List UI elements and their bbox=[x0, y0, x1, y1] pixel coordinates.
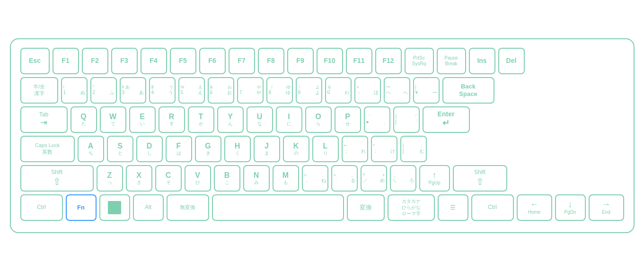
key-e[interactable]: E い bbox=[129, 106, 156, 133]
asdf-row: Caps Lock英数 A ち S と D し F は bbox=[20, 136, 624, 162]
key-fn[interactable]: Fn bbox=[66, 194, 97, 221]
key-l[interactable]: L り bbox=[312, 136, 339, 162]
key-t[interactable]: T か bbox=[188, 106, 214, 133]
key-right[interactable]: → End bbox=[589, 194, 624, 221]
key-bracket-close[interactable]: }」 ]む bbox=[400, 136, 427, 162]
key-caret[interactable]: 〜 へへ bbox=[384, 77, 410, 104]
key-0[interactable]: を 0わ bbox=[325, 77, 352, 104]
number-row: 半/全漢字 ! 1ぬ " 2ふ # あ 3あ $う 4う bbox=[20, 77, 624, 104]
key-henkan[interactable]: 変換 bbox=[347, 194, 385, 221]
key-2[interactable]: " 2ふ bbox=[90, 77, 117, 104]
key-f9[interactable]: F9 bbox=[287, 48, 314, 74]
key-enter[interactable]: Enter↵ bbox=[423, 106, 470, 133]
key-period[interactable]: >。 ．る bbox=[331, 165, 358, 192]
key-ins[interactable]: Ins bbox=[469, 48, 495, 74]
key-shift-left[interactable]: Shift⇧ bbox=[20, 165, 94, 192]
key-h[interactable]: H く bbox=[224, 136, 251, 162]
key-f2[interactable]: F2 bbox=[82, 48, 108, 74]
key-z[interactable]: Z っ bbox=[97, 165, 123, 192]
key-4[interactable]: $う 4う bbox=[149, 77, 176, 104]
key-d[interactable]: D し bbox=[136, 136, 163, 162]
key-8[interactable]: （ゆ 8ゆ bbox=[266, 77, 293, 104]
key-muhenkan[interactable]: 無変換 bbox=[167, 194, 209, 221]
key-f6[interactable]: F6 bbox=[199, 48, 226, 74]
key-at[interactable]: ゛ ●、 bbox=[364, 106, 390, 133]
key-3[interactable]: # あ 3あ bbox=[120, 77, 146, 104]
key-b[interactable]: B こ bbox=[214, 165, 240, 192]
key-backspace[interactable]: BackSpace bbox=[442, 77, 494, 104]
key-6[interactable]: &お 6お bbox=[208, 77, 234, 104]
key-yen[interactable]: | ¥ー bbox=[413, 77, 440, 104]
key-f1[interactable]: F1 bbox=[53, 48, 79, 74]
key-capslock[interactable]: Caps Lock英数 bbox=[20, 136, 75, 162]
key-c[interactable]: C そ bbox=[155, 165, 182, 192]
key-q[interactable]: Q た bbox=[71, 106, 97, 133]
key-f8[interactable]: F8 bbox=[258, 48, 284, 74]
key-f12[interactable]: F12 bbox=[375, 48, 402, 74]
key-menu[interactable]: ☰ bbox=[438, 194, 468, 221]
key-f[interactable]: F は bbox=[166, 136, 192, 162]
key-backslash[interactable]: ＿ ＼ろ bbox=[390, 165, 416, 192]
key-comma[interactable]: <、 ，ね bbox=[302, 165, 328, 192]
key-alt-left[interactable]: Alt bbox=[133, 194, 164, 221]
key-pgup[interactable]: ↑ PgUp bbox=[419, 165, 450, 192]
qwerty-row: Tab⇥ Q た W て E い R す bbox=[20, 106, 624, 133]
key-i[interactable]: I に bbox=[276, 106, 302, 133]
fn-row: Esc F1 F2 F3 F4 F5 F6 F7 F8 F9 F10 F11 F… bbox=[20, 48, 624, 74]
key-w[interactable]: W て bbox=[100, 106, 126, 133]
key-x[interactable]: X さ bbox=[126, 165, 152, 192]
zxcv-row: Shift⇧ Z っ X さ C そ V ひ bbox=[20, 165, 624, 192]
key-r[interactable]: R す bbox=[159, 106, 185, 133]
key-f3[interactable]: F3 bbox=[111, 48, 138, 74]
key-s[interactable]: S と bbox=[107, 136, 133, 162]
key-slash[interactable]: ?• ／め bbox=[361, 165, 387, 192]
key-ctrl-left[interactable]: Ctrl bbox=[20, 194, 63, 221]
key-j[interactable]: J ま bbox=[254, 136, 280, 162]
key-f4[interactable]: F4 bbox=[141, 48, 167, 74]
key-m[interactable]: M も bbox=[273, 165, 299, 192]
key-g[interactable]: G き bbox=[195, 136, 221, 162]
key-a[interactable]: A ち bbox=[78, 136, 104, 162]
key-ctrl-right[interactable]: Ctrl bbox=[471, 194, 514, 221]
bottom-row: Ctrl Fn Alt 無変換 変換 カタカナひらがなローマ字 ☰ Ctrl ←… bbox=[20, 194, 624, 221]
key-del[interactable]: Del bbox=[498, 48, 525, 74]
win-logo bbox=[108, 201, 121, 214]
key-win[interactable] bbox=[99, 194, 130, 221]
key-u[interactable]: U な bbox=[247, 106, 273, 133]
key-hankaku[interactable]: 半/全漢字 bbox=[20, 77, 58, 104]
key-bracket-open[interactable]: {「 [゜ bbox=[393, 106, 420, 133]
key-9[interactable]: ）よ 9よ bbox=[296, 77, 322, 104]
key-pause[interactable]: PauseBreak bbox=[437, 48, 466, 74]
key-prtsc[interactable]: PrtScSysRq bbox=[405, 48, 434, 74]
keyboard: Esc F1 F2 F3 F4 F5 F6 F7 F8 F9 F10 F11 F… bbox=[10, 38, 635, 233]
key-pgdn[interactable]: ↓ PgDn bbox=[555, 194, 586, 221]
key-5[interactable]: %え 5え bbox=[178, 77, 205, 104]
key-semicolon[interactable]: + ；れ bbox=[342, 136, 368, 162]
key-y[interactable]: Y ん bbox=[217, 106, 244, 133]
key-f11[interactable]: F11 bbox=[346, 48, 372, 74]
key-minus[interactable]: = －ほ bbox=[354, 77, 381, 104]
key-n[interactable]: N み bbox=[243, 165, 270, 192]
key-f5[interactable]: F5 bbox=[170, 48, 196, 74]
key-p[interactable]: P せ bbox=[335, 106, 361, 133]
key-v[interactable]: V ひ bbox=[185, 165, 211, 192]
key-tab[interactable]: Tab⇥ bbox=[20, 106, 68, 133]
key-shift-right[interactable]: Shift⇧ bbox=[453, 165, 507, 192]
key-space[interactable] bbox=[212, 194, 344, 221]
key-left[interactable]: ← Home bbox=[517, 194, 552, 221]
key-katakana[interactable]: カタカナひらがなローマ字 bbox=[388, 194, 435, 221]
key-f10[interactable]: F10 bbox=[317, 48, 343, 74]
key-o[interactable]: O ら bbox=[305, 106, 332, 133]
key-f7[interactable]: F7 bbox=[229, 48, 255, 74]
key-colon[interactable]: * ：け bbox=[371, 136, 397, 162]
key-7[interactable]: 'や 7や bbox=[237, 77, 264, 104]
key-1[interactable]: ! 1ぬ bbox=[61, 77, 88, 104]
key-esc[interactable]: Esc bbox=[20, 48, 50, 74]
key-k[interactable]: K の bbox=[283, 136, 309, 162]
